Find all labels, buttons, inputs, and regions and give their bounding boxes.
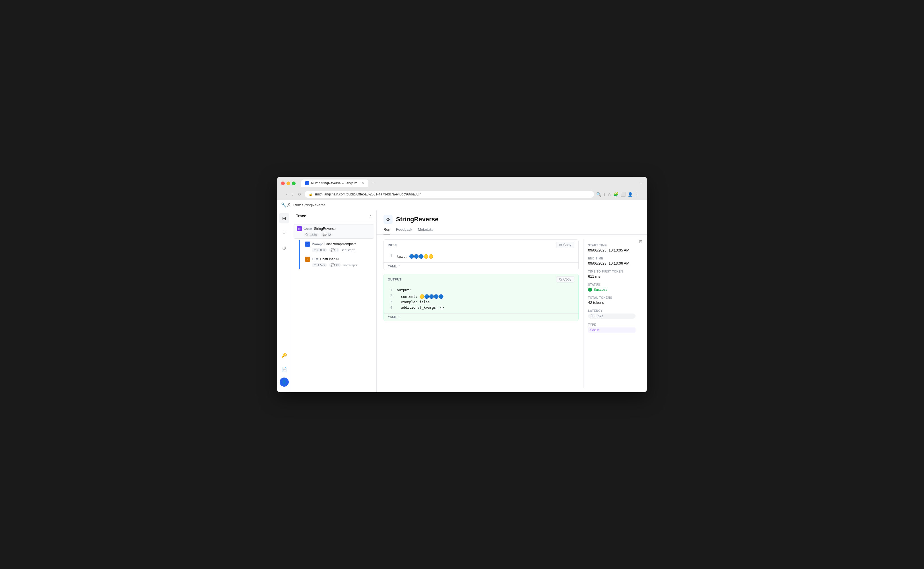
trace-header: Trace ∧ <box>291 210 376 222</box>
share-icon[interactable]: ↑ <box>603 192 605 196</box>
llm-time-value: 1.57s <box>318 263 325 267</box>
output-header: OUTPUT ⧉ Copy <box>384 274 578 285</box>
start-time-label: START TIME <box>588 244 635 247</box>
input-section: INPUT ⧉ Copy 1 text: 🔵🔵🔵🟡 <box>383 239 579 270</box>
latency-badge: ⏱ 1.57s <box>588 313 635 319</box>
end-time-value: 09/06/2023, 10:13:06 AM <box>588 261 635 265</box>
trace-item-llm[interactable]: ≡ LLM ChatOpenAI ⏱ 1.57s 💬 <box>302 255 374 269</box>
clock-icon: ⏱ <box>305 233 309 236</box>
app-topbar: 🔧✗ Run: StringReverse <box>277 200 647 210</box>
chain-time-value: 1.57s <box>309 233 317 236</box>
type-badge: Chain <box>588 327 635 333</box>
meta-status: STATUS ✓ Success <box>588 283 635 292</box>
clock-icon-4: ⏱ <box>590 314 594 318</box>
main-content: ⟳ StringReverse Run Feedback Metadata <box>377 210 647 393</box>
tokens-value: 42 tokens <box>588 300 635 305</box>
input-code: 1 text: 🔵🔵🔵🟡🟡 <box>384 250 578 262</box>
latency-value: 1.57s <box>595 314 603 318</box>
chain-icon: ⛓ <box>297 226 302 231</box>
meta-latency: LATENCY ⏱ 1.57s <box>588 309 635 319</box>
trace-item-chain[interactable]: ⛓ Chain StringReverse ⏱ 1.57s 💬 42 <box>293 224 374 239</box>
prompt-tokens-value: 0 <box>336 248 337 252</box>
extension-icon[interactable]: 🧩 <box>614 192 619 196</box>
trace-item-type-llm: LLM <box>312 257 318 261</box>
run-io: INPUT ⧉ Copy 1 text: 🔵🔵🔵🟡 <box>383 239 579 388</box>
clock-icon-2: ⏱ <box>313 248 317 252</box>
tab-run[interactable]: Run <box>383 227 390 234</box>
sidebar-toggle-icon[interactable]: ⬜ <box>621 192 626 196</box>
expand-button[interactable]: ⊡ <box>639 239 642 244</box>
tab-close-button[interactable]: ✕ <box>362 181 365 185</box>
app-sidebar: ⊞ ≡ ⊕ 🔑 📄 👤 <box>277 210 291 393</box>
type-value: Chain <box>590 328 599 332</box>
output-line-1: 1 output: <box>388 288 574 293</box>
output-label: OUTPUT <box>388 278 402 281</box>
prompt-seq: seq:step:1 <box>341 248 356 252</box>
meta-ttft: TIME TO FIRST TOKEN 611 ms <box>588 270 635 278</box>
breadcrumb: Run: StringReverse <box>293 203 325 207</box>
prompt-time-badge: ⏱ 0.00s <box>312 248 327 252</box>
sidebar-icon-grid[interactable]: ⊞ <box>279 213 289 223</box>
sidebar-icon-key[interactable]: 🔑 <box>279 350 289 361</box>
prompt-tokens-badge: 💬 0 <box>329 248 339 252</box>
latency-label: LATENCY <box>588 309 635 312</box>
output-copy-button[interactable]: ⧉ Copy <box>556 276 574 283</box>
url-text: smith.langchain.com/public/6fffe5a8-2561… <box>315 192 421 196</box>
chain-tokens-value: 42 <box>327 233 331 236</box>
bookmark-icon[interactable]: ☆ <box>608 192 611 196</box>
trace-collapse-button[interactable]: ∧ <box>369 214 372 218</box>
run-tabs: Run Feedback Metadata <box>383 227 640 234</box>
prompt-icon: P <box>305 242 310 246</box>
output-section: OUTPUT ⧉ Copy 1 output: <box>383 274 579 321</box>
app-logo: 🔧✗ <box>281 202 290 208</box>
input-copy-button[interactable]: ⧉ Copy <box>556 242 574 248</box>
output-yaml-toggle[interactable]: YAML ⌃ <box>384 313 578 321</box>
chain-tokens-badge: 💬 42 <box>321 233 333 237</box>
forward-button[interactable]: › <box>291 192 295 197</box>
sidebar-icon-globe[interactable]: ⊕ <box>279 243 289 253</box>
prompt-time-value: 0.00s <box>318 248 325 252</box>
browser-tab[interactable]: L Run: StringReverse – LangSm... ✕ <box>301 180 368 187</box>
menu-icon[interactable]: ⋮ <box>635 192 639 196</box>
maximize-button[interactable] <box>292 181 296 185</box>
address-bar[interactable]: 🔒 smith.langchain.com/public/6fffe5a8-25… <box>305 191 594 198</box>
tokens-label: TOTAL TOKENS <box>588 296 635 299</box>
tab-metadata[interactable]: Metadata <box>418 227 433 234</box>
yaml-chevron-input: ⌃ <box>398 264 401 268</box>
right-metadata-panel: START TIME 09/06/2023, 10:13:05 AM END T… <box>583 239 640 388</box>
trace-item-name-stringreverse: StringReverse <box>314 227 336 231</box>
trace-item-name-chatprompt: ChatPromptTemplate <box>325 242 357 246</box>
llm-icon: ≡ <box>305 257 310 262</box>
output-line-2: 2 content: 🟡🔵🔵🔵🔵 <box>388 293 574 300</box>
meta-tokens: TOTAL TOKENS 42 tokens <box>588 296 635 305</box>
sidebar-icon-docs[interactable]: ≡ <box>279 228 289 238</box>
close-button[interactable] <box>281 181 285 185</box>
back-button[interactable]: ‹ <box>285 192 289 197</box>
reload-button[interactable]: ↻ <box>297 192 302 197</box>
minimize-button[interactable] <box>286 181 290 185</box>
ttft-value: 611 ms <box>588 274 635 278</box>
status-value: Success <box>593 288 607 292</box>
output-line-4: 4 additional_kwargs: {} <box>388 305 574 310</box>
trace-panel: Trace ∧ ⛓ Chain StringReverse <box>291 210 377 393</box>
profile-icon[interactable]: 👤 <box>628 192 633 196</box>
yaml-label-output: YAML <box>388 315 397 319</box>
output-line-3: 3 example: false <box>388 300 574 305</box>
sidebar-avatar[interactable]: 👤 <box>280 377 289 386</box>
trace-item-type-prompt: Prompt <box>312 242 323 246</box>
run-header: ⟳ StringReverse Run Feedback Metadata <box>377 210 647 235</box>
trace-sub-items: P Prompt ChatPromptTemplate ⏱ 0.00s <box>299 240 374 269</box>
status-label: STATUS <box>588 283 635 286</box>
trace-item-prompt[interactable]: P Prompt ChatPromptTemplate ⏱ 0.00s <box>302 240 374 254</box>
input-yaml-toggle[interactable]: YAML ⌃ <box>384 262 578 270</box>
search-icon[interactable]: 🔍 <box>596 192 601 196</box>
message-icon-2: 💬 <box>331 248 335 252</box>
new-tab-button[interactable]: + <box>369 180 377 187</box>
meta-start-time: START TIME 09/06/2023, 10:13:05 AM <box>588 244 635 253</box>
copy-icon-2: ⧉ <box>559 277 562 281</box>
tab-feedback[interactable]: Feedback <box>396 227 412 234</box>
run-icon: ⟳ <box>383 215 392 224</box>
sidebar-icon-file[interactable]: 📄 <box>279 364 289 374</box>
tab-favicon: L <box>305 181 309 185</box>
message-icon: 💬 <box>322 233 327 236</box>
